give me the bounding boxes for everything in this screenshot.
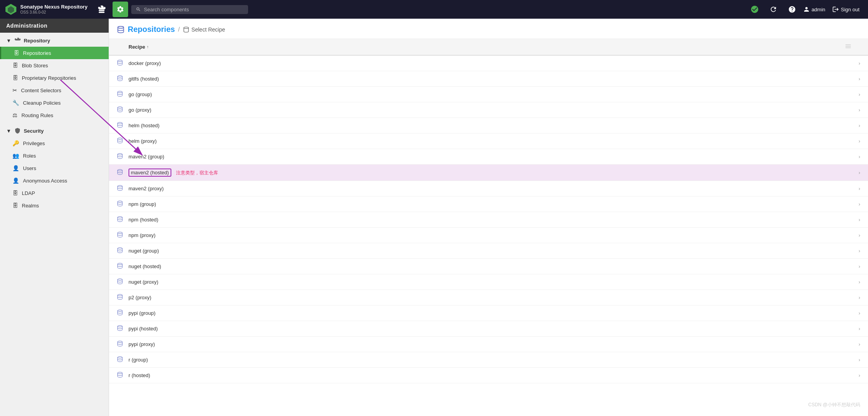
table-row[interactable]: nuget (group)› [109, 243, 868, 259]
table-row[interactable]: go (proxy)› [109, 102, 868, 118]
svg-point-19 [118, 294, 122, 296]
signout-icon [832, 6, 839, 13]
svg-point-3 [184, 27, 188, 28]
col-recipe-header[interactable]: Recipe ↑ [129, 44, 845, 50]
browse-icon-btn[interactable] [94, 2, 109, 17]
anonymous-label: Anonymous Access [23, 178, 67, 184]
row-chevron-icon: › [845, 154, 860, 160]
sidebar-header: Administration [0, 19, 109, 33]
row-db-icon [117, 309, 129, 317]
security-group-header[interactable]: ▼ Security [0, 125, 109, 137]
main-content: Repositories / Select Recipe Recipe ↑ do… [109, 19, 868, 416]
sidebar-item-proprietary-repositories[interactable]: 🗄 Proprietary Repositories [0, 72, 109, 84]
svg-point-22 [118, 341, 122, 342]
row-name: go (group) [129, 91, 845, 97]
table-row[interactable]: helm (hosted)› [109, 118, 868, 133]
help-icon-btn[interactable] [784, 2, 800, 17]
table-row[interactable]: maven2 (hosted)注意类型，宿主仓库› [109, 165, 868, 181]
table-row[interactable]: docker (proxy)› [109, 56, 868, 71]
content-selectors-label: Content Selectors [21, 88, 61, 93]
sidebar: Administration ▼ Repository 🗄 Repositori… [0, 19, 109, 416]
search-box[interactable] [131, 5, 248, 14]
sidebar-item-users[interactable]: 👤 Users [0, 162, 109, 174]
sidebar-item-cleanup-policies[interactable]: 🔧 Cleanup Policies [0, 97, 109, 109]
row-name: r (hosted) [129, 372, 845, 378]
row-name: npm (group) [129, 201, 845, 207]
table-row[interactable]: nuget (proxy)› [109, 274, 868, 290]
table-row[interactable]: npm (group)› [109, 197, 868, 212]
search-input[interactable] [144, 7, 243, 12]
table-row[interactable]: p2 (proxy)› [109, 290, 868, 305]
table-row[interactable]: r (hosted)› [109, 368, 868, 383]
sidebar-item-anonymous-access[interactable]: 👤 Anonymous Access [0, 174, 109, 187]
row-chevron-icon: › [845, 123, 860, 128]
column-options-icon[interactable] [845, 43, 852, 50]
row-name: maven2 (hosted)注意类型，宿主仓库 [129, 169, 845, 177]
row-chevron-icon: › [845, 138, 860, 144]
table-row[interactable]: go (group)› [109, 87, 868, 102]
table-header: Recipe ↑ [109, 39, 868, 56]
sort-arrow: ↑ [147, 45, 149, 49]
admin-icon-btn[interactable] [113, 2, 128, 17]
repository-group-header[interactable]: ▼ Repository [0, 34, 109, 47]
table-row[interactable]: maven2 (proxy)› [109, 181, 868, 197]
sidebar-item-repositories[interactable]: 🗄 Repositories [0, 47, 109, 59]
table-row[interactable]: pypi (group)› [109, 305, 868, 321]
repository-group-label: Repository [24, 38, 50, 44]
user-menu[interactable]: admin [803, 6, 825, 13]
row-chevron-icon: › [845, 279, 860, 285]
table-row[interactable]: r (group)› [109, 352, 868, 368]
svg-point-5 [118, 75, 122, 77]
cleanup-policies-icon: 🔧 [12, 100, 19, 106]
row-name: helm (hosted) [129, 123, 845, 128]
table-row[interactable]: gitlfs (hosted)› [109, 71, 868, 87]
sidebar-item-ldap[interactable]: 🗄 LDAP [0, 187, 109, 199]
row-name: nuget (group) [129, 248, 845, 254]
svg-point-8 [118, 122, 122, 124]
row-db-icon [117, 278, 129, 286]
row-db-icon [117, 200, 129, 208]
content-selectors-icon: ✂ [12, 87, 17, 93]
row-chevron-icon: › [845, 217, 860, 223]
row-db-icon [117, 153, 129, 160]
roles-label: Roles [23, 153, 36, 159]
row-annotation: 注意类型，宿主仓库 [176, 170, 218, 176]
sidebar-item-privileges[interactable]: 🔑 Privileges [0, 137, 109, 149]
svg-point-17 [118, 263, 122, 265]
table-row[interactable]: pypi (hosted)› [109, 321, 868, 337]
row-chevron-icon: › [845, 201, 860, 207]
breadcrumb-sub-text: Select Recipe [192, 26, 225, 33]
table-row[interactable]: helm (proxy)› [109, 133, 868, 149]
breadcrumb-sub-icon [183, 26, 189, 33]
table-row[interactable]: nuget (hosted)› [109, 259, 868, 274]
row-name: nuget (proxy) [129, 279, 845, 285]
svg-point-11 [118, 169, 122, 171]
repositories-icon: 🗄 [14, 50, 19, 56]
navbar: Sonatype Nexus Repository OSS 3.66.0-02 … [0, 0, 868, 19]
sidebar-item-content-selectors[interactable]: ✂ Content Selectors [0, 84, 109, 97]
row-db-icon [117, 372, 129, 379]
sidebar-item-blob-stores[interactable]: 🗄 Blob Stores [0, 59, 109, 72]
breadcrumb-sub: Select Recipe [183, 26, 225, 33]
repository-section: ▼ Repository 🗄 Repositories 🗄 Blob Store… [0, 33, 109, 123]
svg-point-4 [118, 60, 122, 61]
status-check-icon-btn[interactable] [747, 2, 762, 17]
refresh-icon-btn[interactable] [766, 2, 781, 17]
svg-point-9 [118, 138, 122, 139]
row-db-icon [117, 106, 129, 114]
svg-point-12 [118, 185, 122, 187]
username: admin [812, 7, 825, 12]
sidebar-item-routing-rules[interactable]: ⚖ Routing Rules [0, 109, 109, 121]
repository-group-icon [14, 37, 21, 44]
sidebar-item-roles[interactable]: 👥 Roles [0, 149, 109, 162]
sidebar-item-realms[interactable]: 🗄 Realms [0, 199, 109, 212]
table-row[interactable]: npm (hosted)› [109, 212, 868, 228]
security-group-label: Security [24, 128, 44, 134]
table-row[interactable]: maven2 (group)› [109, 149, 868, 165]
table-row[interactable]: pypi (proxy)› [109, 337, 868, 352]
row-name: go (proxy) [129, 107, 845, 113]
table-row[interactable]: npm (proxy)› [109, 228, 868, 243]
resize-handle[interactable] [107, 19, 109, 416]
ldap-icon: 🗄 [12, 190, 18, 196]
signout-button[interactable]: Sign out [828, 4, 863, 15]
